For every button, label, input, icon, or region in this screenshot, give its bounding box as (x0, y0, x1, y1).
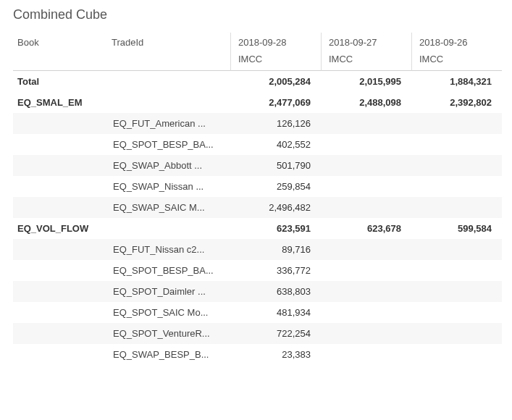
g0-r4-v1 (321, 197, 411, 218)
g1-r4-v2 (411, 323, 502, 344)
g0-r3-v1 (321, 176, 411, 197)
g1-r4-tradeid[interactable]: EQ_SPOT_VentureR... (107, 323, 230, 344)
g0-r0-v0: 126,126 (230, 113, 321, 134)
col-subheader-measure-0[interactable]: IMCC (230, 52, 321, 71)
g1-r2-v0: 638,803 (230, 281, 321, 302)
group-0-tradeid-empty (107, 92, 230, 113)
g0-r0-v1 (321, 113, 411, 134)
g1-r0-v2 (411, 239, 502, 260)
g0-r2-v1 (321, 155, 411, 176)
g1-r5-v0: 23,383 (230, 344, 321, 365)
col-header-date-1[interactable]: 2018-09-27 (321, 33, 411, 52)
page-title: Combined Cube (13, 7, 499, 22)
g1-r2-book (13, 281, 107, 302)
group-1-book[interactable]: EQ_VOL_FLOW (13, 218, 107, 239)
g1-r1-v2 (411, 260, 502, 281)
g1-r4-v0: 722,254 (230, 323, 321, 344)
g1-r3-tradeid[interactable]: EQ_SPOT_SAIC Mo... (107, 302, 230, 323)
g1-r3-book (13, 302, 107, 323)
g1-r5-tradeid[interactable]: EQ_SWAP_BESP_B... (107, 344, 230, 365)
g0-r2-tradeid[interactable]: EQ_SWAP_Abbott ... (107, 155, 230, 176)
total-val-1: 2,015,995 (321, 71, 411, 92)
col-subheader-blank-1 (107, 52, 230, 71)
g1-r1-v0: 336,772 (230, 260, 321, 281)
group-1-val-1: 623,678 (321, 218, 411, 239)
g1-r1-v1 (321, 260, 411, 281)
g1-r0-v0: 89,716 (230, 239, 321, 260)
group-1-val-0: 623,591 (230, 218, 321, 239)
col-header-date-0[interactable]: 2018-09-28 (230, 33, 321, 52)
g1-r1-tradeid[interactable]: EQ_SPOT_BESP_BA... (107, 260, 230, 281)
g1-r0-v1 (321, 239, 411, 260)
pivot-table: Book TradeId 2018-09-28 2018-09-27 2018-… (13, 33, 502, 365)
col-subheader-measure-2[interactable]: IMCC (411, 52, 502, 71)
g0-r0-book (13, 113, 107, 134)
col-subheader-blank-0 (13, 52, 107, 71)
g1-r5-v1 (321, 344, 411, 365)
g1-r0-tradeid[interactable]: EQ_FUT_Nissan c2... (107, 239, 230, 260)
g0-r1-tradeid[interactable]: EQ_SPOT_BESP_BA... (107, 134, 230, 155)
g0-r4-tradeid[interactable]: EQ_SWAP_SAIC M... (107, 197, 230, 218)
col-header-tradeid[interactable]: TradeId (107, 33, 230, 52)
group-0-val-2: 2,392,802 (411, 92, 502, 113)
g0-r1-v1 (321, 134, 411, 155)
g1-r3-v0: 481,934 (230, 302, 321, 323)
g0-r3-tradeid[interactable]: EQ_SWAP_Nissan ... (107, 176, 230, 197)
g1-r0-book (13, 239, 107, 260)
group-0-val-0: 2,477,069 (230, 92, 321, 113)
g1-r1-book (13, 260, 107, 281)
col-header-date-2[interactable]: 2018-09-26 (411, 33, 502, 52)
g0-r1-book (13, 134, 107, 155)
g1-r4-book (13, 323, 107, 344)
g0-r3-book (13, 176, 107, 197)
g0-r1-v2 (411, 134, 502, 155)
group-0-val-1: 2,488,098 (321, 92, 411, 113)
g1-r4-v1 (321, 323, 411, 344)
group-1-tradeid-empty (107, 218, 230, 239)
g1-r3-v1 (321, 302, 411, 323)
total-label[interactable]: Total (13, 71, 107, 92)
g0-r2-v2 (411, 155, 502, 176)
g0-r3-v2 (411, 176, 502, 197)
g0-r3-v0: 259,854 (230, 176, 321, 197)
group-1-val-2: 599,584 (411, 218, 502, 239)
g0-r0-v2 (411, 113, 502, 134)
g0-r0-tradeid[interactable]: EQ_FUT_American ... (107, 113, 230, 134)
g0-r2-book (13, 155, 107, 176)
g0-r1-v0: 402,552 (230, 134, 321, 155)
col-header-book[interactable]: Book (13, 33, 107, 52)
g0-r2-v0: 501,790 (230, 155, 321, 176)
g0-r4-book (13, 197, 107, 218)
g1-r5-book (13, 344, 107, 365)
g1-r2-v1 (321, 281, 411, 302)
total-tradeid (107, 71, 230, 92)
g1-r2-v2 (411, 281, 502, 302)
g0-r4-v2 (411, 197, 502, 218)
g0-r4-v0: 2,496,482 (230, 197, 321, 218)
g1-r2-tradeid[interactable]: EQ_SPOT_Daimler ... (107, 281, 230, 302)
col-subheader-measure-1[interactable]: IMCC (321, 52, 411, 71)
g1-r3-v2 (411, 302, 502, 323)
total-val-0: 2,005,284 (230, 71, 321, 92)
total-val-2: 1,884,321 (411, 71, 502, 92)
g1-r5-v2 (411, 344, 502, 365)
group-0-book[interactable]: EQ_SMAL_EM (13, 92, 107, 113)
